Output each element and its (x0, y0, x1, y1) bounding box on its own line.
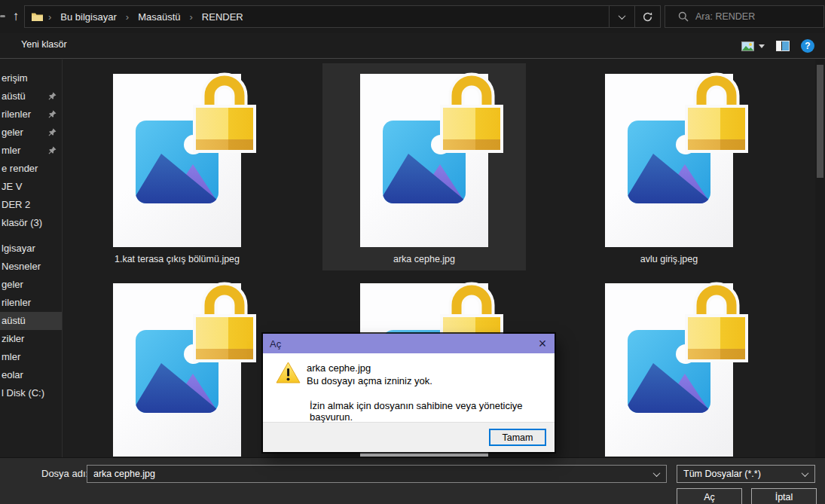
file-tile[interactable]: arka cephe.jpg (322, 63, 526, 270)
sidebar-item[interactable]: mler (0, 348, 62, 366)
address-history-button[interactable] (609, 6, 634, 27)
help-button[interactable]: ? (801, 39, 814, 53)
sidebar-item[interactable]: geler (0, 276, 62, 294)
sidebar-item[interactable]: JE V (0, 178, 62, 196)
search-placeholder: Ara: RENDER (695, 11, 755, 22)
sidebar-item[interactable]: eolar (0, 366, 62, 384)
breadcrumb-separator (47, 11, 53, 23)
search-icon (678, 11, 689, 22)
sidebar-item[interactable]: geler (0, 124, 62, 142)
dialog-button-row: Tamam (263, 422, 555, 452)
chevron-down-icon (802, 469, 809, 477)
breadcrumb-separator (124, 11, 130, 23)
file-name-label: avlu giriş.jpeg (567, 254, 771, 264)
sidebar-item-label: lgisayar (2, 243, 35, 254)
lock-icon (683, 67, 750, 156)
file-thumbnail (360, 74, 488, 247)
dialog-message: Bu dosyayı açma izniniz yok. (307, 374, 432, 387)
sidebar-item-label: Nesneler (2, 261, 41, 272)
dialog-title: Aç (270, 338, 281, 350)
sidebar-item-label: rilenler (2, 108, 31, 120)
vertical-scrollbar[interactable] (815, 60, 825, 457)
dialog-detail: İzin almak için dosyanın sahibine veya y… (310, 400, 555, 423)
sidebar-item-label: DER 2 (2, 199, 30, 210)
sidebar-item[interactable]: aüstü (0, 87, 62, 105)
sidebar-item[interactable]: erişim (0, 69, 62, 87)
lock-icon (438, 67, 506, 156)
file-name-label: arka cephe.jpg (322, 254, 526, 264)
pin-icon (48, 110, 57, 118)
navigation-bar: ↑ Bu bilgisayar Masaüstü RENDER A (0, 0, 825, 33)
file-thumbnail (605, 283, 733, 457)
sidebar-item[interactable]: e render (0, 160, 62, 178)
sidebar-item-label: erişim (2, 72, 28, 84)
filetype-select[interactable]: Tüm Dosyalar (*.*) (677, 465, 815, 483)
warning-icon (275, 361, 301, 384)
lock-icon (191, 276, 258, 365)
sidebar-item-label: zikler (2, 333, 24, 344)
sidebar-item[interactable]: klasör (3) (0, 214, 62, 232)
sidebar-item[interactable]: zikler (0, 330, 62, 348)
sidebar-item-label: rilenler (2, 297, 31, 308)
filename-input[interactable] (87, 466, 666, 482)
chevron-down-icon (619, 12, 626, 20)
up-button[interactable]: ↑ (8, 8, 24, 26)
address-bar[interactable]: Bu bilgisayar Masaüstü RENDER (24, 5, 661, 28)
sidebar-item[interactable]: rilenler (0, 105, 62, 124)
ok-button[interactable]: Tamam (489, 429, 546, 446)
pin-icon (48, 146, 57, 154)
pin-icon (48, 128, 57, 136)
dialog-footer-bar: Dosya adı: Tüm Dosyalar (*.*) Aç İptal (0, 457, 825, 504)
chevron-down-icon (759, 44, 765, 48)
file-thumbnail (605, 74, 733, 247)
sidebar-item[interactable]: DER 2 (0, 196, 62, 214)
filename-label: Dosya adı: (41, 468, 88, 479)
pin-icon (48, 92, 57, 100)
view-mode-button[interactable] (741, 37, 765, 55)
cancel-button[interactable]: İptal (751, 488, 817, 504)
sidebar-item-label: geler (2, 279, 23, 290)
breadcrumb: Bu bilgisayar Masaüstü RENDER (25, 10, 609, 24)
file-name-label: 1.kat terasa çıkış bölümü.jpeg (75, 254, 279, 264)
new-folder-button[interactable]: Yeni klasör (21, 39, 67, 50)
file-tile[interactable] (75, 273, 279, 457)
file-tile[interactable]: 1.kat terasa çıkış bölümü.jpeg (75, 63, 279, 270)
sidebar-item[interactable]: Nesneler (0, 258, 62, 276)
close-icon[interactable]: × (530, 334, 555, 353)
sidebar-item[interactable]: lgisayar (0, 240, 62, 258)
sidebar-item-label: klasör (3) (2, 217, 42, 228)
file-tile[interactable] (567, 273, 771, 457)
scrollbar-thumb[interactable] (817, 65, 823, 178)
preview-pane-button[interactable] (776, 37, 790, 55)
sidebar-item[interactable]: aüstü (0, 312, 62, 330)
preview-pane-icon (776, 41, 790, 51)
filename-combobox[interactable] (87, 465, 667, 483)
command-toolbar: Yeni klasör ? (0, 33, 825, 59)
dialog-titlebar[interactable]: Aç × (263, 334, 555, 353)
sidebar-item[interactable]: rilenler (0, 294, 62, 312)
dialog-body: arka cephe.jpg Bu dosyayı açma izniniz y… (263, 353, 555, 422)
navigation-sidebar: erişim aüstü rilenler geler mler e rende… (0, 60, 63, 457)
refresh-icon (642, 11, 653, 23)
lock-icon (191, 67, 258, 156)
sidebar-item[interactable]: mler (0, 142, 62, 160)
sidebar-item-label: mler (2, 351, 20, 362)
dialog-filename: arka cephe.jpg (307, 362, 432, 374)
nav-arrow-fragment-icon (0, 15, 5, 17)
sidebar-item-label: eolar (2, 369, 23, 380)
sidebar-item-label: mler (2, 145, 20, 156)
thumbnails-view-icon (741, 41, 754, 51)
breadcrumb-item-desktop[interactable]: Masaüstü (133, 10, 185, 24)
refresh-button[interactable] (634, 6, 660, 27)
breadcrumb-separator (188, 11, 194, 23)
sidebar-item[interactable]: l Disk (C:) (0, 384, 62, 402)
folder-icon (31, 12, 44, 22)
open-button[interactable]: Aç (677, 488, 742, 504)
sidebar-item-label: e render (2, 163, 38, 174)
breadcrumb-item-this-pc[interactable]: Bu bilgisayar (56, 10, 121, 24)
file-tile[interactable]: avlu giriş.jpeg (567, 63, 771, 270)
search-box[interactable]: Ara: RENDER (665, 5, 824, 28)
file-thumbnail (113, 74, 241, 247)
lock-icon (683, 276, 750, 365)
breadcrumb-item-render[interactable]: RENDER (197, 10, 248, 24)
